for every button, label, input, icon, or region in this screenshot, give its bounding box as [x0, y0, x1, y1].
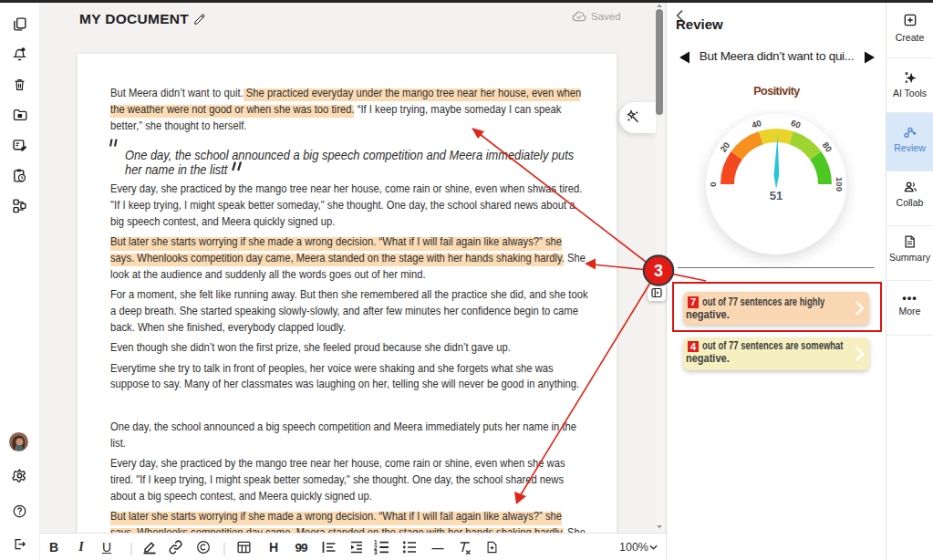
svg-text:0: 0 [708, 181, 718, 186]
svg-text:80: 80 [821, 140, 835, 154]
svg-text:40: 40 [751, 118, 762, 130]
svg-text:3: 3 [374, 549, 378, 555]
svg-text:51: 51 [770, 189, 783, 202]
svg-text:20: 20 [718, 140, 731, 154]
svg-text:100: 100 [835, 177, 845, 192]
svg-text:60: 60 [790, 118, 802, 130]
